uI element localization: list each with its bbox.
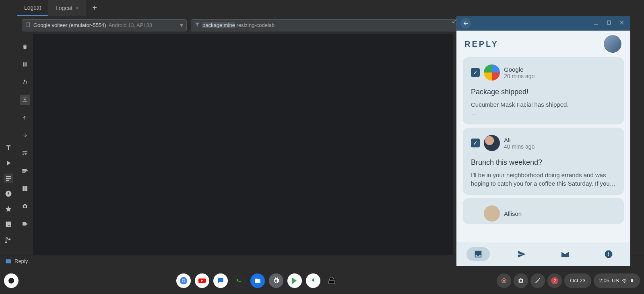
soft-wrap-icon[interactable] (20, 148, 30, 158)
clear-icon[interactable] (20, 41, 30, 52)
sender-time: 20 mins ago (504, 73, 535, 79)
svg-rect-6 (503, 280, 505, 282)
svg-point-2 (182, 280, 185, 282)
youtube-app[interactable] (195, 273, 209, 288)
scroll-end-icon[interactable] (20, 95, 30, 105)
tab-logcat-1[interactable]: Logcat (17, 0, 48, 16)
email-card[interactable]: ✓ Ali 40 mins ago Brunch this weekend? I… (463, 128, 624, 195)
terminal-icon[interactable] (4, 219, 13, 229)
filter-input[interactable]: package:mine resizing-codelab (191, 19, 456, 31)
nav-inbox[interactable] (466, 247, 490, 261)
restart-icon[interactable] (20, 77, 30, 87)
files-app[interactable] (250, 273, 265, 288)
checkbox-icon[interactable]: ✓ (471, 139, 480, 147)
pen-tray-button[interactable] (530, 273, 545, 288)
email-body: Cucumber Mask Facial has shipped.… (471, 100, 616, 117)
app-screen: REPLY ✓ Google 20 mins ago Package shipp… (456, 31, 630, 266)
emulator-panel: REPLY ✓ Google 20 mins ago Package shipp… (456, 16, 630, 266)
tab-label: Logcat (24, 4, 41, 11)
checkbox-icon[interactable]: ✓ (471, 68, 480, 77)
status-app-icon (6, 259, 11, 263)
log-output[interactable] (33, 34, 453, 255)
email-card[interactable]: Allison (463, 198, 624, 224)
emulator-titlebar (456, 16, 630, 31)
sender-name: Ali (504, 137, 535, 143)
device-selector[interactable]: Google volteer (emulator-5554) Android 1… (22, 19, 187, 31)
split-icon[interactable] (20, 183, 30, 194)
email-card[interactable]: ✓ Google 20 mins ago Package shipped! Cu… (463, 57, 624, 124)
close-icon[interactable]: × (76, 5, 79, 11)
screenshot-icon[interactable] (20, 201, 30, 211)
previous-icon[interactable] (20, 112, 30, 123)
minimize-button[interactable] (592, 20, 601, 27)
email-body: I'll be in your neighborhood doing erran… (471, 171, 616, 188)
android-studio-app[interactable] (306, 273, 320, 288)
stop-recording-button[interactable] (497, 273, 511, 288)
sender-name: Allison (504, 210, 522, 217)
app-quality-icon[interactable] (4, 204, 13, 214)
device-name: Google volteer (emulator-5554) (33, 22, 106, 28)
add-tab-button[interactable]: + (86, 3, 103, 12)
app-title: REPLY (464, 39, 499, 49)
vcs-icon[interactable] (4, 235, 13, 244)
record-icon[interactable] (20, 219, 30, 229)
device-icon (25, 22, 31, 29)
chevron-down-icon: ▾ (180, 21, 183, 29)
play-store-app[interactable] (287, 273, 302, 288)
settings-icon[interactable] (20, 166, 30, 176)
profile-avatar[interactable] (603, 34, 622, 54)
sender-name: Google (504, 66, 535, 73)
bottom-nav (456, 242, 630, 266)
settings-app[interactable] (269, 273, 283, 288)
nav-spam[interactable] (597, 247, 620, 261)
back-button[interactable] (460, 18, 471, 29)
emulator-app[interactable] (324, 273, 339, 288)
next-icon[interactable] (20, 130, 30, 141)
status-label: Reply (14, 258, 28, 264)
terminal-app[interactable] (232, 273, 246, 288)
filter-icon (194, 22, 200, 29)
svg-point-4 (312, 279, 314, 280)
tab-logcat-2[interactable]: Logcat× (48, 0, 86, 16)
status-tray[interactable]: 2:05 US (594, 273, 640, 288)
sender-avatar (484, 135, 500, 151)
filter-text: package:mine resizing-codelab (202, 22, 275, 28)
pause-icon[interactable] (20, 59, 30, 70)
date-pill[interactable]: Oct 23 (564, 273, 591, 288)
sender-avatar (484, 64, 500, 81)
os-taskbar: 2 Oct 23 2:05 US (0, 267, 644, 294)
play-icon[interactable] (4, 158, 13, 168)
messages-app[interactable] (213, 273, 228, 288)
tab-label: Logcat (56, 5, 72, 11)
launcher-button[interactable] (4, 273, 19, 288)
close-button[interactable] (617, 20, 626, 27)
sender-avatar (484, 205, 500, 222)
screenshot-tray-button[interactable] (514, 273, 528, 288)
problems-icon[interactable] (4, 189, 13, 199)
maximize-button[interactable] (605, 20, 613, 27)
email-subject: Package shipped! (471, 88, 616, 96)
email-subject: Brunch this weekend? (471, 158, 616, 167)
nav-sent[interactable] (510, 247, 533, 261)
nav-drafts[interactable] (553, 247, 577, 261)
sender-time: 40 mins ago (504, 143, 535, 150)
chrome-app[interactable] (176, 273, 191, 288)
device-version: Android 13, API 33 (109, 22, 152, 28)
text-tool-icon[interactable] (4, 143, 13, 153)
notification-count[interactable]: 2 (547, 273, 562, 288)
logcat-tool-icon[interactable] (4, 174, 13, 183)
svg-rect-7 (631, 279, 633, 282)
